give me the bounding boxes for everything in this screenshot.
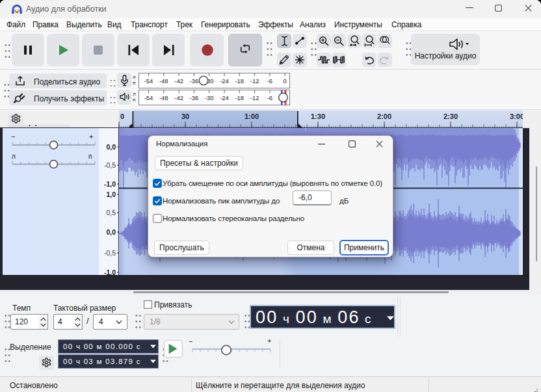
svg-text:-42: -42 [174,94,183,101]
svg-text:2:30: 2:30 [443,112,458,120]
svg-text:1:00: 1:00 [244,112,259,120]
svg-text:-54: -54 [144,94,153,101]
svg-text:0: 0 [120,112,124,120]
svg-text:-36: -36 [190,77,199,85]
svg-text:2:00: 2:00 [377,112,391,120]
svg-text:30: 30 [181,112,189,120]
svg-text:-24: -24 [220,77,229,85]
svg-text:0,0: 0,0 [106,143,116,151]
svg-text:0: 0 [284,77,287,85]
svg-text:-0,5: -0,5 [104,249,116,257]
svg-text:-18: -18 [235,77,244,85]
svg-text:-30: -30 [205,94,214,101]
svg-text:3:00: 3:00 [510,112,524,120]
svg-text:-54: -54 [144,77,153,85]
svg-text:-6: -6 [267,94,272,101]
svg-text:-12: -12 [250,94,259,101]
svg-text:1:30: 1:30 [311,112,325,120]
svg-text:-48: -48 [159,94,168,101]
svg-text:-48: -48 [159,77,168,85]
svg-text:-36: -36 [190,94,199,101]
svg-text:-12: -12 [250,77,259,85]
svg-text:-0,5: -0,5 [104,161,116,169]
svg-text:-24: -24 [220,94,229,101]
svg-text:0,0: 0,0 [106,228,116,236]
svg-text:-18: -18 [235,94,244,101]
svg-text:-1,0: -1,0 [104,180,116,188]
svg-text:-42: -42 [174,77,183,85]
svg-text:-6: -6 [267,77,272,85]
svg-text:0,5: 0,5 [106,209,116,216]
svg-text:1,0: 1,0 [106,190,116,198]
